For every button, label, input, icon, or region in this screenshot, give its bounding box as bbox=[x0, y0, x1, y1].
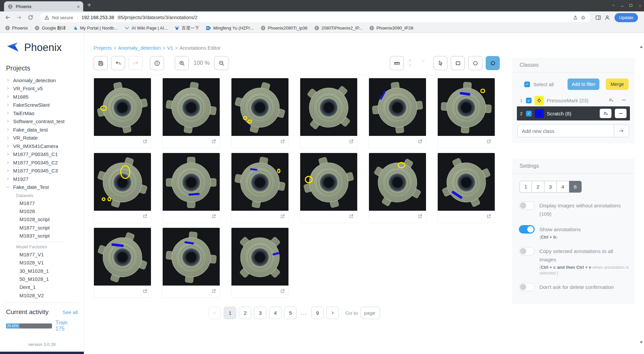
bookmark-item[interactable]: 2080TiPhoenix2_IP... bbox=[314, 26, 362, 31]
image-card[interactable] bbox=[437, 153, 495, 223]
page-button-2[interactable]: 2 bbox=[239, 307, 251, 319]
zoom-in-button[interactable] bbox=[175, 56, 189, 70]
ellipse-tool-button[interactable] bbox=[468, 56, 482, 70]
info-button[interactable] bbox=[150, 56, 164, 70]
annotated-image[interactable] bbox=[369, 153, 426, 211]
sidebar-subitem-m1837_script[interactable]: M1837_script bbox=[6, 232, 84, 240]
image-card[interactable] bbox=[94, 153, 151, 223]
assign-annotations-icon[interactable] bbox=[608, 97, 614, 104]
train-task-link[interactable]: Train 175 bbox=[55, 320, 78, 332]
zoom-out-button[interactable] bbox=[214, 56, 228, 70]
class-checkbox[interactable]: ✓ bbox=[526, 98, 532, 103]
open-image-icon[interactable] bbox=[211, 139, 216, 145]
window-maximize-button[interactable] bbox=[629, 3, 633, 8]
profile-avatar-icon[interactable] bbox=[604, 14, 610, 21]
open-image-icon[interactable] bbox=[143, 289, 148, 295]
sidebar-subitem-dent_1[interactable]: Dent_1 bbox=[6, 283, 84, 291]
annotated-image[interactable] bbox=[231, 153, 288, 211]
back-button[interactable] bbox=[3, 13, 12, 22]
sidebar-subitem-m1028_v1[interactable]: M1028_V1 bbox=[6, 259, 84, 267]
open-image-icon[interactable] bbox=[143, 214, 148, 220]
toggle-switch-2[interactable] bbox=[519, 247, 535, 255]
forward-button[interactable] bbox=[15, 13, 23, 22]
sidebar-item-m1927[interactable]: M1927 bbox=[6, 175, 84, 183]
open-image-icon[interactable] bbox=[280, 289, 285, 295]
open-image-icon[interactable] bbox=[143, 139, 148, 145]
sidebar-subitem-m1877_v1[interactable]: M1877_V1 bbox=[6, 250, 84, 258]
annotated-image[interactable] bbox=[438, 78, 495, 136]
address-bar[interactable]: Not secure 192.168.253.38 :85/projects/3… bbox=[40, 13, 590, 22]
image-card[interactable] bbox=[300, 153, 358, 223]
toggle-switch-3[interactable] bbox=[519, 283, 535, 291]
class-row-pressuremark[interactable]: 1✓PressureMark (23) bbox=[517, 95, 630, 106]
grid-size-button-2[interactable]: 2 bbox=[532, 181, 544, 193]
annotated-image[interactable] bbox=[300, 78, 357, 136]
annotated-image[interactable] bbox=[369, 78, 426, 136]
page-scrollbar[interactable] bbox=[639, 46, 644, 344]
ruler-tool-button[interactable] bbox=[390, 56, 404, 70]
remove-class-button[interactable] bbox=[615, 109, 627, 118]
share-icon[interactable] bbox=[573, 15, 578, 20]
image-card[interactable] bbox=[162, 78, 220, 148]
sidebar-item-vr_rotate[interactable]: VR_Rotate bbox=[6, 134, 84, 142]
sidebar-subitem-m1028_script[interactable]: M1028_script bbox=[6, 215, 84, 223]
sidebar-subitem-m1877[interactable]: M1877 bbox=[6, 199, 84, 207]
annotated-image[interactable] bbox=[94, 78, 151, 136]
bookmark-item[interactable]: Google 翻译 bbox=[35, 25, 66, 31]
bookmark-star-icon[interactable] bbox=[581, 15, 586, 20]
grid-size-button-4[interactable]: 4 bbox=[557, 181, 569, 193]
image-card[interactable] bbox=[369, 153, 426, 223]
open-image-icon[interactable] bbox=[349, 214, 354, 220]
browser-tab[interactable]: Phoenix × bbox=[4, 1, 83, 11]
tab-close-icon[interactable]: × bbox=[77, 4, 80, 9]
open-image-icon[interactable] bbox=[211, 289, 216, 295]
grid-size-button-1[interactable]: 1 bbox=[520, 181, 532, 193]
image-card[interactable] bbox=[94, 227, 151, 298]
open-image-icon[interactable] bbox=[211, 214, 216, 220]
breadcrumb-link-anomaly_detection[interactable]: Anomaly_detection bbox=[118, 45, 161, 51]
goto-page-input[interactable] bbox=[361, 307, 380, 319]
annotated-image[interactable] bbox=[163, 78, 220, 136]
annotated-image[interactable] bbox=[438, 153, 495, 211]
bookmark-item[interactable]: My Portal | Nordb... bbox=[73, 26, 118, 31]
sidebar-subitem-m1877_script[interactable]: M1877_script bbox=[6, 223, 84, 232]
sidebar-item-m1877_p00345_c2[interactable]: M1877_P00345_C2 bbox=[6, 158, 84, 167]
add-to-filter-button[interactable]: Add to filter bbox=[568, 79, 599, 90]
window-minimize-button[interactable]: – bbox=[621, 3, 624, 8]
open-image-icon[interactable] bbox=[418, 139, 423, 145]
see-all-link[interactable]: See all bbox=[62, 309, 78, 315]
image-card[interactable] bbox=[437, 78, 495, 148]
undo-button[interactable] bbox=[111, 56, 125, 70]
breadcrumb-link-v1[interactable]: V1 bbox=[167, 45, 173, 51]
window-close-button[interactable]: × bbox=[638, 3, 641, 9]
reload-button[interactable] bbox=[26, 13, 35, 22]
add-new-class-submit-button[interactable] bbox=[614, 124, 629, 137]
sidebar-item-fake_data_test[interactable]: Fake_data_test bbox=[6, 125, 84, 134]
page-button-1[interactable]: 1 bbox=[224, 307, 236, 319]
annotated-image[interactable] bbox=[163, 153, 220, 211]
scroll-down-icon[interactable] bbox=[640, 341, 643, 344]
assign-annotations-button[interactable] bbox=[600, 109, 611, 118]
page-button-3[interactable]: 3 bbox=[254, 307, 266, 319]
annotated-image[interactable] bbox=[300, 153, 357, 211]
sidebar-subitem-50_m1028_1[interactable]: 50_M1028_1 bbox=[6, 275, 84, 283]
sidebar-subitem-30_m1028_1[interactable]: 30_M1028_1 bbox=[6, 267, 84, 275]
save-button[interactable] bbox=[94, 56, 108, 70]
phoenix-brand[interactable]: Phoenix bbox=[0, 42, 84, 54]
image-card[interactable] bbox=[231, 227, 289, 298]
polygon-tool-button[interactable] bbox=[486, 56, 500, 70]
open-image-icon[interactable] bbox=[418, 214, 423, 220]
image-card[interactable] bbox=[162, 227, 220, 298]
annotated-image[interactable] bbox=[94, 153, 151, 211]
toggle-switch-1[interactable] bbox=[519, 225, 535, 234]
image-card[interactable] bbox=[369, 78, 426, 148]
class-row-scratch[interactable]: 2✓Scratch (8) bbox=[517, 106, 630, 120]
open-image-icon[interactable] bbox=[486, 139, 491, 145]
annotated-image[interactable] bbox=[231, 78, 288, 136]
breadcrumb-link-projects[interactable]: Projects bbox=[94, 45, 112, 51]
image-card[interactable] bbox=[94, 78, 151, 148]
sidebar-item-m1877_p00345_c1[interactable]: M1877_P00345_C1 bbox=[6, 150, 84, 159]
bookmark-item[interactable]: Phoenix2080Ti_ip38 bbox=[260, 26, 307, 31]
bookmark-item[interactable]: Phoenix bbox=[5, 26, 28, 31]
image-card[interactable] bbox=[300, 78, 358, 148]
